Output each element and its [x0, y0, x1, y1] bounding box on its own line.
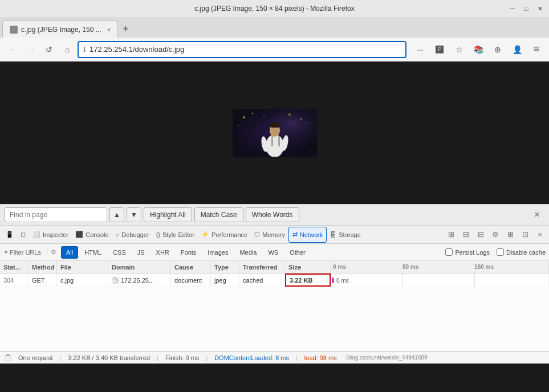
account-button[interactable]: 👤 [509, 42, 525, 58]
sync-button[interactable]: ⊕ [490, 42, 506, 58]
reload-button[interactable]: ↺ [41, 42, 57, 58]
td-transferred: cached [239, 273, 285, 287]
filter-css-button[interactable]: CSS [108, 246, 131, 259]
devtools-split-button[interactable]: ⊟ [474, 228, 487, 242]
new-tab-button[interactable]: + [118, 21, 133, 38]
memory-icon: ⬡ [254, 231, 260, 238]
devtools-toolbar: 📱 ◻ ⬜ Inspector ⬛ Console ○ Debugger {} … [0, 226, 549, 244]
address-input[interactable] [90, 45, 401, 54]
find-close-button[interactable]: × [530, 207, 544, 222]
th-cause[interactable]: Cause [171, 261, 211, 273]
persist-logs-label[interactable]: Persist Logs [445, 248, 490, 256]
filter-other-button[interactable]: Other [284, 246, 311, 259]
td-size: 3.22 KB [285, 273, 331, 287]
td-status: 304 [0, 273, 29, 287]
find-bar: ▲ ▼ Highlight All Match Case Whole Words… [0, 204, 549, 226]
devtools-split-h-button[interactable]: ⊞ [444, 228, 458, 242]
disable-cache-checkbox[interactable] [497, 248, 504, 256]
network-table: Stat... Method File Domain Cause Type Tr… [0, 261, 549, 351]
th-method[interactable]: Method [29, 261, 57, 273]
info-icon: ℹ [83, 46, 86, 54]
memory-label: Memory [262, 231, 285, 238]
tab-inspector[interactable]: ⬜ Inspector [29, 227, 72, 243]
th-transferred[interactable]: Transferred [239, 261, 285, 273]
td-method: GET [29, 273, 57, 287]
tab-performance[interactable]: ⚡ Performance [198, 227, 251, 243]
home-button[interactable]: ⌂ [59, 42, 75, 58]
tab-memory[interactable]: ⬡ Memory [251, 227, 288, 243]
menu-button[interactable]: ≡ [528, 42, 544, 58]
th-waterfall[interactable]: 0 ms 80 ms 160 ms [331, 261, 549, 273]
find-input[interactable] [5, 207, 107, 222]
tab-console[interactable]: ⬛ Console [72, 227, 112, 243]
tab-storage[interactable]: 🗄 Storage [327, 227, 364, 243]
th-file[interactable]: File [57, 261, 108, 273]
address-bar[interactable]: ℹ [78, 41, 406, 58]
devtools-close-button[interactable]: × [533, 228, 547, 242]
waterfall-160ms: 160 ms [474, 264, 494, 270]
window-controls: ─ □ ✕ [508, 4, 544, 13]
maximize-button[interactable]: □ [522, 4, 531, 13]
td-waterfall: 0 ms [331, 273, 549, 287]
filter-html-button[interactable]: HTML [79, 246, 107, 259]
waterfall-80ms: 80 ms [402, 264, 418, 270]
filter-fonts-button[interactable]: Fonts [176, 246, 202, 259]
window-title: c.jpg (JPEG Image, 150 × 84 pixels) - Mo… [194, 5, 354, 13]
th-status[interactable]: Stat... [0, 261, 29, 273]
tab-debugger[interactable]: ○ Debugger [112, 227, 153, 243]
devtools-popout-button[interactable]: ⊞ [503, 228, 517, 242]
browser-tab[interactable]: c.jpg (JPEG Image, 150 ... × [2, 21, 118, 38]
load-time[interactable]: load: 98 ms [304, 354, 337, 361]
persist-logs-checkbox[interactable] [445, 248, 453, 256]
pocket-button[interactable]: 🅿 [432, 42, 448, 58]
th-domain[interactable]: Domain [108, 261, 171, 273]
devtools-split-v-button[interactable]: ⊟ [459, 228, 473, 242]
filter-all-button[interactable]: All [61, 246, 78, 259]
disable-cache-label[interactable]: Disable cache [497, 248, 546, 256]
network-label: Network [300, 231, 323, 238]
filter-images-button[interactable]: Images [202, 246, 233, 259]
filter-media-button[interactable]: Media [234, 246, 262, 259]
filter-xhr-button[interactable]: XHR [151, 246, 174, 259]
storage-label: Storage [339, 231, 361, 238]
table-row[interactable]: 304 GET c.jpg 172.25.25... document jpeg… [0, 273, 549, 287]
performance-icon: ⚡ [201, 231, 209, 238]
td-file: c.jpg [57, 273, 108, 287]
find-prev-button[interactable]: ▲ [109, 207, 124, 222]
bookmark-button[interactable]: ☆ [451, 42, 467, 58]
time-marker-0 [331, 273, 331, 287]
devtools-settings-button[interactable]: ⚙ [489, 228, 502, 242]
dom-content-loaded[interactable]: DOMContentLoaded: 8 ms [214, 354, 289, 361]
svg-point-12 [271, 127, 279, 136]
disable-cache-text: Disable cache [506, 249, 546, 256]
devtools-mobile-button[interactable]: 📱 [2, 227, 17, 243]
th-type[interactable]: Type [211, 261, 239, 273]
more-options-button[interactable]: ··· [412, 42, 428, 58]
network-filter-bar: ▼ Filter URLs ⚙ All HTML CSS JS XHR Font… [0, 244, 549, 261]
tab-style-editor[interactable]: {} Style Editor [153, 227, 198, 243]
tab-network[interactable]: ⇄ Network [288, 227, 327, 243]
transferred-info: 3.22 KB / 3.40 KB transferred [68, 354, 150, 361]
filter-ws-button[interactable]: WS [263, 246, 283, 259]
filter-js-button[interactable]: JS [132, 246, 150, 259]
match-case-button[interactable]: Match Case [194, 207, 243, 222]
close-button[interactable]: ✕ [535, 4, 544, 13]
tab-close-button[interactable]: × [107, 26, 111, 33]
library-button[interactable]: 📚 [470, 42, 486, 58]
devtools-console-button[interactable]: ◻ [17, 227, 29, 243]
minimize-button[interactable]: ─ [508, 4, 517, 13]
devtools-dock-button[interactable]: ⊡ [518, 228, 532, 242]
th-size[interactable]: Size [285, 261, 331, 273]
forward-button[interactable]: → [23, 42, 39, 58]
devtools-status-bar: One request | 3.22 KB / 3.40 KB transfer… [0, 351, 549, 364]
devtools-right-controls: ⊞ ⊟ ⊟ ⚙ ⊞ ⊡ × [444, 228, 547, 242]
svg-point-4 [263, 115, 265, 116]
page-content [0, 62, 549, 204]
tab-favicon [10, 26, 18, 34]
svg-rect-13 [271, 136, 273, 146]
highlight-all-button[interactable]: Highlight All [144, 207, 192, 222]
find-next-button[interactable]: ▼ [127, 207, 141, 222]
td-type: jpeg [211, 273, 239, 287]
whole-words-button[interactable]: Whole Words [246, 207, 299, 222]
back-button[interactable]: ← [5, 42, 21, 58]
